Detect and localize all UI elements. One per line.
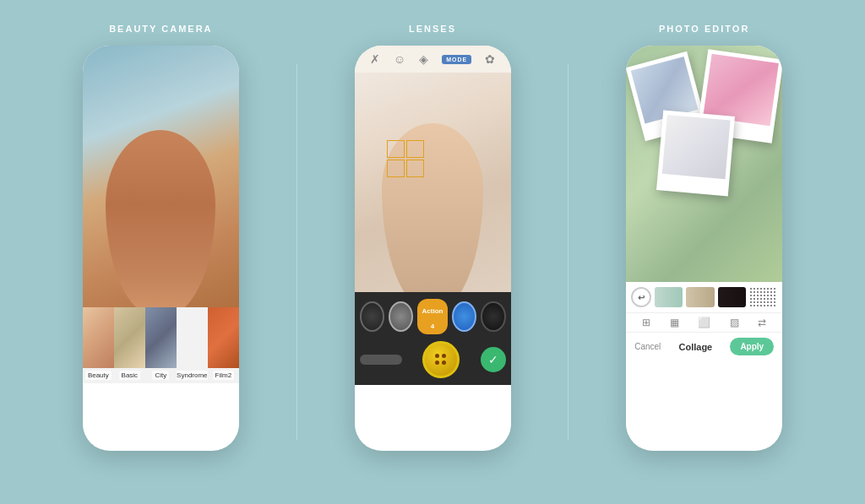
filter-item-beauty[interactable]: Beauty — [83, 307, 114, 383]
lens-grid-cell-2 — [406, 140, 424, 158]
editor-collage-label: Collage — [678, 342, 712, 352]
swatch-image-4 — [749, 287, 777, 307]
flash-icon[interactable]: ✗ — [370, 52, 380, 66]
editor-photos-area — [626, 46, 782, 282]
texture-swatch-1[interactable] — [655, 287, 683, 307]
drop-icon[interactable]: ◈ — [419, 52, 428, 66]
lens-action-text: Action 4 — [422, 307, 443, 330]
beauty-camera-title: BEAUTY CAMERA — [109, 24, 212, 34]
lenses-main-image — [355, 73, 511, 292]
texture-swatch-4[interactable] — [749, 287, 777, 307]
lenses-bottom-panel: Action 4 ✓ — [355, 292, 511, 385]
lenses-phone: ✗ ☺ ◈ MODE ✿ — [355, 46, 511, 451]
crop-icon[interactable]: ⬜ — [698, 317, 710, 328]
lens-grid-overlay — [387, 140, 424, 177]
filter-label-syndrome: Syndrome — [177, 371, 208, 380]
beauty-filter-strip: Beauty Basic City Syndrome Film2 — [83, 307, 239, 383]
filter-label-basic: Basic — [119, 371, 141, 380]
photo-editor-title: PHOTO EDITOR — [659, 24, 749, 34]
mode-badge[interactable]: MODE — [442, 55, 471, 64]
texture-swatch-2[interactable] — [686, 287, 714, 307]
lens-filter-2[interactable] — [389, 301, 413, 332]
filter-item-basic[interactable]: Basic — [114, 307, 145, 383]
lens-filter-3[interactable] — [452, 301, 476, 332]
lens-dot-3 — [435, 360, 439, 365]
texture-swatch-3[interactable] — [718, 287, 746, 307]
photo-editor-phone: ↩ ⊞ ▦ ⬜ — [626, 46, 782, 451]
settings-icon[interactable]: ✿ — [485, 52, 495, 66]
beauty-camera-phone: Beauty Basic City Syndrome Film2 — [83, 46, 239, 451]
swatch-image-3 — [718, 287, 746, 307]
lens-grid — [387, 140, 424, 177]
editor-undo-button[interactable]: ↩ — [631, 287, 651, 307]
filter-thumb-beauty — [83, 307, 114, 368]
lens-slider[interactable] — [360, 355, 402, 365]
card-image-3 — [662, 115, 731, 179]
lens-confirm-button[interactable]: ✓ — [481, 347, 506, 372]
face-icon[interactable]: ☺ — [394, 52, 405, 66]
editor-action-row: Cancel Collage Apply — [626, 333, 782, 360]
lens-dot-4 — [442, 360, 446, 365]
showcase-container: BEAUTY CAMERA Beauty Basic City — [0, 0, 865, 504]
photo-editor-panel: PHOTO EDITOR ↩ — [569, 17, 840, 487]
photo-card-3 — [656, 110, 735, 196]
lenses-filter-row: Action 4 — [360, 299, 506, 334]
lens-action-badge[interactable]: Action 4 — [417, 299, 449, 334]
filter-thumb-film2 — [208, 307, 239, 368]
beauty-face — [83, 46, 239, 307]
grid-icon[interactable]: ▦ — [670, 317, 679, 328]
lens-dot-2 — [442, 354, 446, 358]
lens-grid-cell-4 — [406, 160, 424, 177]
beauty-face-shape — [106, 130, 215, 307]
lenses-title: LENSES — [409, 24, 456, 34]
lens-grid-cell-3 — [387, 160, 405, 177]
beauty-camera-panel: BEAUTY CAMERA Beauty Basic City — [25, 17, 296, 487]
filter-item-film2[interactable]: Film2 — [208, 307, 239, 383]
editor-cancel-button[interactable]: Cancel — [634, 342, 661, 351]
lenses-panel: LENSES ✗ ☺ ◈ MODE ✿ — [297, 17, 569, 487]
editor-tools-row: ⊞ ▦ ⬜ ▨ ⇄ — [626, 313, 782, 333]
lens-grid-cell-1 — [387, 140, 405, 158]
filter-item-syndrome[interactable]: Syndrome — [177, 307, 208, 383]
filter-label-film2: Film2 — [213, 371, 235, 380]
lens-capture-button[interactable] — [422, 341, 460, 378]
swatch-image-2 — [686, 287, 714, 307]
filter-label-beauty: Beauty — [85, 371, 112, 380]
beauty-main-image — [83, 46, 239, 307]
filter-thumb-basic — [114, 307, 145, 368]
layout-icon[interactable]: ⊞ — [642, 317, 650, 328]
swatch-image-1 — [655, 287, 683, 307]
filter-thumb-syndrome — [177, 307, 208, 368]
editor-apply-button[interactable]: Apply — [730, 338, 774, 355]
lenses-toolbar: ✗ ☺ ◈ MODE ✿ — [355, 46, 511, 73]
pattern-icon[interactable]: ▨ — [730, 317, 739, 328]
editor-texture-row: ↩ — [626, 282, 782, 313]
lens-capture-icon — [435, 354, 447, 366]
filter-label-city: City — [152, 371, 169, 380]
swap-icon[interactable]: ⇄ — [758, 317, 766, 328]
lens-filter-4[interactable] — [481, 301, 505, 332]
lenses-controls: ✓ — [360, 341, 506, 378]
filter-thumb-city — [145, 307, 177, 368]
lens-dot-1 — [435, 354, 439, 358]
editor-bottom: ↩ ⊞ ▦ ⬜ — [626, 282, 782, 360]
lens-filter-1[interactable] — [360, 301, 384, 332]
filter-item-city[interactable]: City — [145, 307, 177, 383]
